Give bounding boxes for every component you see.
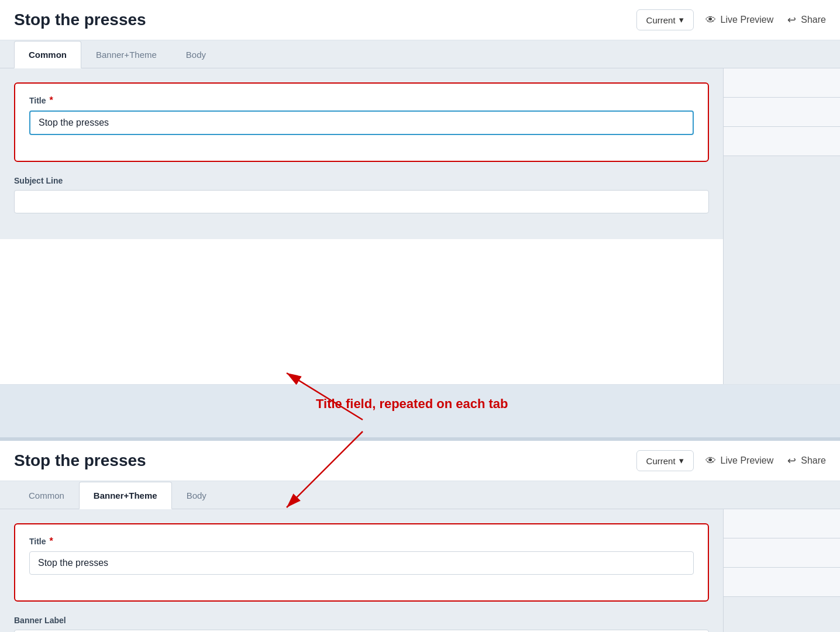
live-preview-button-top[interactable]: 👁 Live Preview <box>705 14 774 26</box>
annotation-section: Title field, repeated on each tab <box>0 385 840 437</box>
tabs-bar-top: Common Banner+Theme Body <box>0 40 840 68</box>
title-form-section-top: Title * <box>14 82 709 162</box>
live-preview-label-top: Live Preview <box>721 15 774 25</box>
live-preview-button-bottom[interactable]: 👁 Live Preview <box>705 455 774 467</box>
share-button-top[interactable]: ↪ Share <box>787 13 826 26</box>
share-label-top: Share <box>801 15 826 25</box>
title-required-star-top: * <box>50 95 53 106</box>
title-input-bottom[interactable] <box>29 551 694 575</box>
version-button-bottom[interactable]: Current ▾ <box>636 450 694 471</box>
top-header: Stop the presses Current ▾ 👁 Live Previe… <box>0 0 840 40</box>
right-panel-bottom-item-2 <box>724 538 840 568</box>
share-button-bottom[interactable]: ↪ Share <box>787 454 826 467</box>
tab-body-bottom[interactable]: Body <box>172 482 221 509</box>
page-title-bottom: Stop the presses <box>14 451 625 470</box>
live-preview-label-bottom: Live Preview <box>721 455 774 466</box>
title-form-section-bottom: Title * <box>14 523 709 602</box>
top-panel: Stop the presses Current ▾ 👁 Live Previe… <box>0 0 840 385</box>
annotation-text: Title field, repeated on each tab <box>316 396 508 412</box>
bottom-content-area: Title * Banner Label <box>0 509 723 632</box>
banner-label-label: Banner Label <box>14 616 709 625</box>
version-label-top: Current <box>646 15 676 25</box>
title-required-star-bottom: * <box>50 536 53 547</box>
version-label-bottom: Current <box>646 456 676 466</box>
right-panel-item-2 <box>724 98 840 127</box>
right-panel-item-1 <box>724 68 840 98</box>
title-label-top: Title * <box>29 95 694 106</box>
title-input-top[interactable] <box>29 110 694 135</box>
top-content-layout: Title * Subject Line <box>0 68 840 384</box>
eye-icon-top: 👁 <box>705 14 716 26</box>
right-panel-item-3 <box>724 127 840 156</box>
title-form-group-bottom: Title * <box>29 536 694 575</box>
title-form-group-top: Title * <box>29 95 694 135</box>
page-title-top: Stop the presses <box>14 11 625 29</box>
tab-common-bottom[interactable]: Common <box>14 482 79 509</box>
version-button-top[interactable]: Current ▾ <box>636 9 694 30</box>
top-content-area: Title * Subject Line <box>0 68 723 384</box>
right-panel-top <box>723 68 840 384</box>
header-actions-top: 👁 Live Preview ↪ Share <box>705 13 826 26</box>
tab-banner-theme-top[interactable]: Banner+Theme <box>81 41 171 68</box>
tabs-bar-bottom: Common Banner+Theme Body <box>0 481 840 509</box>
title-label-bottom: Title * <box>29 536 694 547</box>
top-panel-content: Title * Subject Line <box>0 68 723 239</box>
header-actions-bottom: 👁 Live Preview ↪ Share <box>705 454 826 467</box>
right-panel-bottom <box>723 509 840 632</box>
eye-icon-bottom: 👁 <box>705 455 716 467</box>
chevron-down-icon-bottom: ▾ <box>679 455 684 466</box>
bottom-content-layout: Title * Banner Label <box>0 509 840 632</box>
bottom-panel: Stop the presses Current ▾ 👁 Live Previe… <box>0 441 840 632</box>
right-panel-bottom-item-1 <box>724 509 840 538</box>
share-icon-bottom: ↪ <box>787 454 796 467</box>
subject-line-form-group: Subject Line <box>14 176 709 213</box>
right-panel-bottom-item-3 <box>724 568 840 597</box>
bottom-panel-content: Title * Banner Label <box>0 509 723 632</box>
bottom-header: Stop the presses Current ▾ 👁 Live Previe… <box>0 441 840 481</box>
tab-common-top[interactable]: Common <box>14 41 81 68</box>
subject-line-input[interactable] <box>14 190 709 213</box>
share-label-bottom: Share <box>801 455 826 466</box>
tab-body-top[interactable]: Body <box>171 41 221 68</box>
chevron-down-icon-top: ▾ <box>679 15 684 25</box>
tab-banner-theme-bottom[interactable]: Banner+Theme <box>79 482 172 509</box>
subject-line-label: Subject Line <box>14 176 709 185</box>
share-icon-top: ↪ <box>787 13 796 26</box>
banner-label-form-group: Banner Label <box>14 616 709 632</box>
banner-label-input[interactable] <box>14 630 709 632</box>
